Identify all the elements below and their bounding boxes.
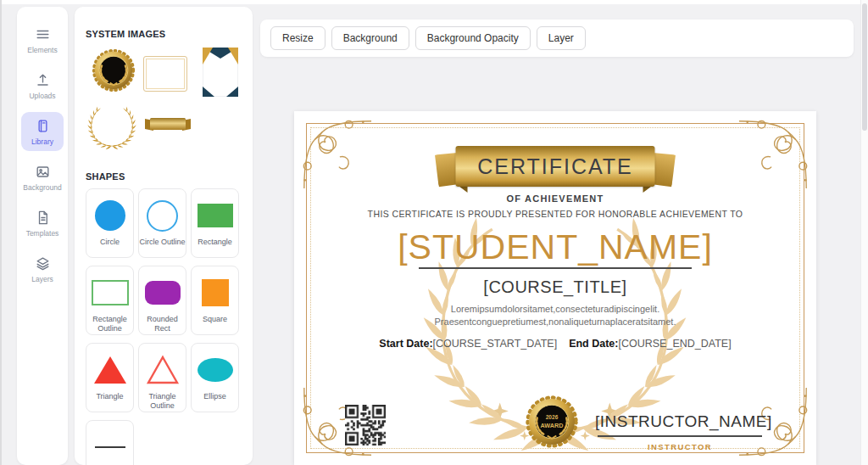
certificate-title: CERTIFICATE: [477, 154, 633, 179]
sidebar-item-library[interactable]: Library: [21, 112, 64, 151]
background-button[interactable]: Background: [331, 26, 409, 50]
course-dates-line[interactable]: Start Date:[COURSE_START_DATE]End Date:[…: [294, 338, 816, 350]
instructor-name-placeholder: [INSTRUCTOR_NAME]: [595, 412, 765, 431]
certificate-subtitle[interactable]: OF ACHIEVEMENT: [294, 193, 816, 204]
triangle-shape: [94, 356, 126, 384]
file-icon: [35, 210, 51, 226]
gold-award-medal-thumbnail[interactable]: [91, 48, 136, 93]
end-date-label: End Date:: [569, 338, 618, 350]
shape-label: Rounded Rect: [139, 315, 186, 333]
sidebar-label: Uploads: [29, 92, 55, 100]
instructor-role-label: INSTRUCTOR: [595, 442, 765, 451]
navy-gold-portrait-frame-thumbnail[interactable]: [203, 48, 238, 97]
sidebar-label: Background: [23, 183, 61, 192]
layer-button[interactable]: Layer: [537, 26, 586, 50]
award-badge[interactable]: 2026 AWARD: [524, 394, 580, 450]
background-opacity-button[interactable]: Background Opacity: [415, 26, 531, 50]
square-shape: [202, 279, 229, 306]
book-icon: [35, 118, 51, 134]
circle-outline-shape: [147, 200, 178, 232]
shape-card-line[interactable]: Line: [86, 420, 134, 465]
upload-icon: [35, 72, 51, 88]
gold-laurel-wreath-thumbnail[interactable]: [86, 102, 138, 151]
sidebar-item-uploads[interactable]: Uploads: [21, 66, 64, 105]
shape-card-ellipse[interactable]: Ellipse: [191, 343, 239, 412]
menu-icon: [35, 26, 51, 42]
body-line-2: Praesentconguepretiumest,nonaliqueturnap…: [294, 316, 816, 328]
canvas-toolbar: Resize Background Background Opacity Lay…: [260, 20, 854, 57]
shape-label: Triangle: [96, 392, 123, 401]
shape-card-circle-outline[interactable]: Circle Outline: [138, 188, 186, 258]
sidebar-item-elements[interactable]: Elements: [21, 20, 64, 59]
shape-card-triangle-outline[interactable]: Triangle Outline: [138, 343, 186, 412]
sidebar-item-background[interactable]: Background: [21, 158, 64, 197]
shapes-heading: SHAPES: [86, 171, 242, 182]
library-panel: SYSTEM IMAGES: [75, 7, 253, 465]
certificate-body-text[interactable]: Loremipsumdolorsitamet,consecteturadipis…: [294, 303, 816, 328]
end-date-value: [COURSE_END_DATE]: [618, 338, 731, 350]
corner-flourish-icon: [737, 114, 814, 190]
ellipse-shape: [198, 358, 233, 382]
shape-card-circle[interactable]: Circle: [86, 188, 134, 258]
shape-card-rounded-rect[interactable]: Rounded Rect: [138, 266, 186, 335]
certificate-title-ribbon[interactable]: CERTIFICATE: [456, 146, 655, 197]
badge-label: AWARD: [541, 422, 564, 429]
badge-year: 2026: [546, 414, 559, 420]
scrollbar-thumb[interactable]: [862, 3, 867, 131]
design-editor-app: Elements Uploads Library Background Temp…: [0, 0, 868, 465]
shapes-grid: Circle Circle Outline Rectangle Rectangl…: [86, 188, 242, 465]
sidebar-item-templates[interactable]: Templates: [21, 204, 64, 243]
main-sidebar: Elements Uploads Library Background Temp…: [17, 7, 68, 465]
window-left-edge: [0, 0, 2, 465]
ribbon-band: CERTIFICATE: [456, 146, 655, 187]
qr-code[interactable]: [345, 405, 386, 445]
line-shape: [95, 446, 125, 448]
sidebar-label: Elements: [27, 46, 57, 54]
triangle-outline-shape: [146, 355, 180, 385]
shape-card-square[interactable]: Square: [191, 266, 239, 335]
shape-label: Square: [203, 315, 227, 324]
start-date-label: Start Date:: [379, 338, 432, 350]
instructor-underline: [598, 435, 762, 437]
circle-shape: [95, 200, 125, 231]
shape-card-triangle[interactable]: Triangle: [86, 343, 134, 412]
shape-label: Circle Outline: [139, 238, 185, 247]
student-name-placeholder[interactable]: [STUDENT_NAME]: [294, 227, 816, 267]
body-line-1: Loremipsumdolorsitamet,consecteturadipis…: [294, 303, 816, 316]
gold-ribbon-banner-thumbnail[interactable]: [143, 115, 192, 134]
rectangle-shape: [198, 204, 233, 227]
student-name-underline: [419, 267, 692, 269]
shape-label: Rectangle: [198, 238, 232, 247]
sidebar-label: Library: [31, 137, 53, 146]
shape-card-rectangle[interactable]: Rectangle: [191, 188, 239, 258]
sidebar-label: Templates: [26, 229, 59, 238]
rectangle-outline-shape: [92, 280, 129, 305]
shape-label: Triangle Outline: [139, 392, 186, 411]
presented-line[interactable]: THIS CERTIFICATE IS PROUDLY PRESENTED FO…: [294, 209, 816, 219]
corner-flourish-icon: [297, 114, 373, 190]
course-title-placeholder[interactable]: [COURSE_TITLE]: [294, 277, 816, 297]
resize-button[interactable]: Resize: [270, 26, 326, 50]
sidebar-item-layers[interactable]: Layers: [21, 249, 64, 289]
system-images-heading: SYSTEM IMAGES: [86, 29, 242, 39]
start-date-value: [COURSE_START_DATE]: [433, 338, 558, 350]
top-strip: [0, 0, 868, 4]
page-scrollbar[interactable]: [860, 0, 868, 465]
image-icon: [35, 164, 51, 180]
shape-label: Ellipse: [203, 392, 226, 401]
system-images-grid: [86, 46, 242, 171]
shape-label: Rectangle Outline: [86, 315, 133, 333]
certificate-canvas[interactable]: CERTIFICATE OF ACHIEVEMENT THIS CERTIFIC…: [294, 111, 816, 465]
shape-label: Circle: [100, 238, 120, 247]
sidebar-label: Layers: [31, 275, 53, 283]
gold-border-frame-thumbnail[interactable]: [143, 56, 187, 92]
rounded-rect-shape: [145, 281, 181, 305]
shape-card-rectangle-outline[interactable]: Rectangle Outline: [86, 266, 134, 335]
instructor-block[interactable]: [INSTRUCTOR_NAME] INSTRUCTOR: [595, 412, 765, 451]
layers-icon: [35, 255, 51, 272]
